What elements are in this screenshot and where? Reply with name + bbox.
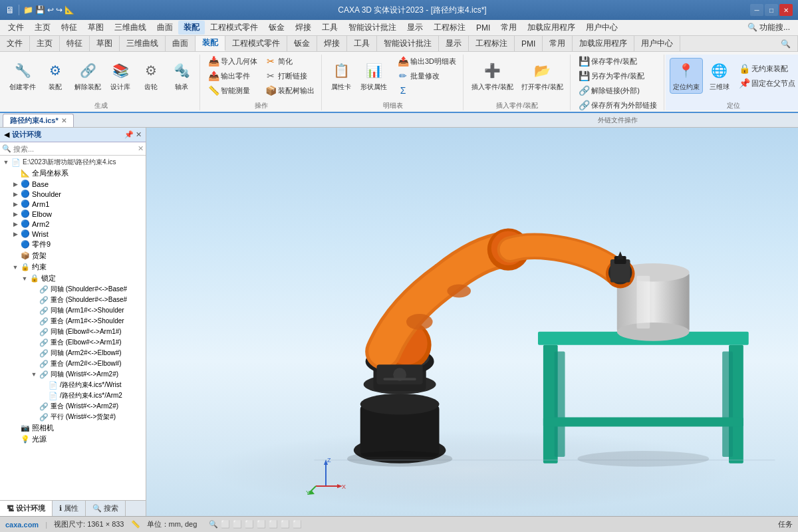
tree-item-constraints[interactable]: ▼ 🔒 约束	[0, 261, 146, 273]
panel-tab-props[interactable]: ℹ 属性	[53, 501, 86, 516]
btn-tree-export[interactable]: 📦 装配树输出	[263, 84, 317, 97]
panel-tab-search[interactable]: 🔍 搜索	[86, 501, 126, 516]
tree-path-wrist[interactable]: 📄 /路径约束4.ics*/Wrist	[0, 380, 146, 390]
ribbon-tab-usercenter[interactable]: 用户中心	[634, 36, 680, 51]
menu-feature[interactable]: 特征	[56, 21, 82, 35]
ribbon-tab-tools[interactable]: 工具	[347, 36, 377, 51]
tree-item-base[interactable]: ▶ 🔵 Base	[0, 179, 146, 189]
btn-simplify[interactable]: ✂ 简化	[263, 55, 317, 68]
menu-engineering-mark[interactable]: 工程标注	[428, 21, 471, 35]
btn-3dball[interactable]: 🌐 三维球	[706, 59, 733, 93]
tree-constraint-8[interactable]: 🔗 重合 (Arm2#<->Elbow#)	[0, 358, 146, 369]
ribbon-tab-feature[interactable]: 特征	[60, 36, 90, 51]
menu-tools[interactable]: 工具	[317, 21, 343, 35]
btn-create-part[interactable]: 🔧 创建零件	[7, 59, 39, 93]
btn-measure[interactable]: 📏 智能测量	[205, 84, 260, 97]
tree-item-camera[interactable]: 📷 照相机	[0, 422, 146, 434]
tree-item-arm1[interactable]: ▶ 🔵 Arm1	[0, 199, 146, 209]
btn-unassembly[interactable]: 🔗 解除装配	[72, 59, 104, 93]
ribbon-tab-search[interactable]: 🔍	[774, 36, 798, 51]
tree-item-elbow[interactable]: ▶ 🔵 Elbow	[0, 209, 146, 219]
btn-break-link[interactable]: ✂ 打断链接	[263, 69, 317, 82]
tree-constraint-10[interactable]: 🔗 重合 (Wrist#<->Arm2#)	[0, 401, 146, 412]
view-icon-1[interactable]: ⬜	[221, 520, 230, 529]
ribbon-tab-weld[interactable]: 焊接	[317, 36, 347, 51]
menu-addons[interactable]: 加载应用程序	[522, 21, 581, 35]
ribbon-tab-display[interactable]: 显示	[439, 36, 469, 51]
tree-constraint-11[interactable]: 🔗 平行 (Wrist#<->货架#)	[0, 412, 146, 422]
menu-file[interactable]: 文件	[3, 21, 29, 35]
menu-usercenter[interactable]: 用户中心	[581, 21, 623, 35]
ribbon-tab-pmi[interactable]: PMI	[515, 36, 543, 51]
view-icon-7[interactable]: ⬜	[293, 520, 302, 529]
btn-position-constraint[interactable]: 📍 定位约束	[670, 58, 703, 94]
btn-design-lib[interactable]: 📚 设计库	[106, 59, 134, 93]
btn-export-3dbom[interactable]: 📤 输出3D明细表	[395, 55, 459, 68]
menu-display[interactable]: 显示	[402, 21, 428, 35]
ribbon-tab-common[interactable]: 常用	[543, 36, 573, 51]
menu-3dcurve[interactable]: 三维曲线	[109, 21, 152, 35]
ribbon-tab-engmark[interactable]: 工程标注	[469, 36, 515, 51]
tree-item-arm2[interactable]: ▶ 🔵 Arm2	[0, 219, 146, 229]
ribbon-tab-smart[interactable]: 智能设计批注	[377, 36, 439, 51]
btn-save-all-ext[interactable]: 🔗 保存所有为外部链接	[576, 98, 660, 112]
tree-path-arm2[interactable]: 📄 /路径约束4.ics*/Arm2	[0, 390, 146, 401]
btn-insert-part[interactable]: ➕ 插入零件/装配	[469, 59, 516, 93]
btn-unlink-ext[interactable]: 🔗 解除链接(外部)	[576, 84, 660, 97]
tree-toggle-root[interactable]: ▼	[1, 159, 11, 166]
view-icon-4[interactable]: ⬜	[257, 520, 266, 529]
tree-item-shoulder[interactable]: ▶ 🔵 Shoulder	[0, 189, 146, 199]
panel-close-button[interactable]: ✕	[136, 130, 142, 139]
btn-batch-modify[interactable]: ✏ 批量修改	[395, 69, 459, 82]
ribbon-tab-sketch[interactable]: 草图	[90, 36, 120, 51]
file-tab-active[interactable]: 路径约束4.ics* ✕	[3, 114, 74, 127]
btn-bearing[interactable]: 🔩 轴承	[168, 59, 196, 93]
tree-constraint-1[interactable]: 🔗 同轴 (Shoulder#<->Base#	[0, 284, 146, 295]
close-button[interactable]: ✕	[779, 4, 793, 16]
tree-constraint-6[interactable]: 🔗 重合 (Elbow#<->Arm1#)	[0, 337, 146, 348]
btn-saveas-part[interactable]: 💾 另存为零件/装配	[576, 69, 660, 82]
tree-item-shelf[interactable]: 📦 货架	[0, 250, 146, 261]
btn-save-part[interactable]: 💾 保存零件/装配	[576, 55, 660, 68]
menu-sheetmetal[interactable]: 钣金	[263, 21, 290, 35]
tree-item-light[interactable]: 💡 光源	[0, 434, 146, 445]
btn-export-part[interactable]: 📤 输出零件	[205, 69, 260, 82]
menu-pmi[interactable]: PMI	[471, 22, 495, 34]
panel-tab-design[interactable]: 🏗 设计环境	[0, 501, 53, 516]
tree-item-part9[interactable]: 🔵 零件9	[0, 239, 146, 250]
menu-surface[interactable]: 曲面	[152, 21, 178, 35]
tree-constraint-3[interactable]: 🔗 同轴 (Arm1#<->Shoulder	[0, 305, 146, 316]
btn-fix-parent[interactable]: 📌 固定在父节点	[736, 76, 798, 90]
menu-smart[interactable]: 智能设计批注	[343, 21, 402, 35]
ribbon-tab-engparts[interactable]: 工程模式零件	[225, 36, 287, 51]
btn-import-geo[interactable]: 📥 导入几何体	[205, 55, 260, 68]
tree-item-root[interactable]: ▼ 📄 E:\2023\新增功能\路径约束4.ics	[0, 157, 146, 168]
tree-constraint-4[interactable]: 🔗 重合 (Arm1#<->Shoulder	[0, 316, 146, 327]
view-icon-5[interactable]: ⬜	[269, 520, 278, 529]
tree-item-wrist[interactable]: ▶ 🔵 Wrist	[0, 229, 146, 239]
ribbon-tab-sheetmetal[interactable]: 钣金	[287, 36, 317, 51]
tree-constraint-7[interactable]: 🔗 同轴 (Arm2#<->Elbow#)	[0, 348, 146, 358]
ribbon-tab-surface[interactable]: 曲面	[166, 36, 196, 51]
ribbon-tab-file[interactable]: 文件	[0, 36, 30, 51]
btn-sigma[interactable]: Σ	[395, 84, 459, 97]
menu-weld[interactable]: 焊接	[290, 21, 317, 35]
btn-gear[interactable]: ⚙ 齿轮	[137, 59, 165, 93]
ribbon-tab-assembly[interactable]: 装配	[196, 36, 225, 51]
panel-pin-button[interactable]: 📌	[124, 130, 134, 139]
menu-home[interactable]: 主页	[29, 21, 56, 35]
menu-common[interactable]: 常用	[495, 21, 522, 35]
view-icon-2[interactable]: ⬜	[233, 520, 242, 529]
search-input[interactable]	[13, 145, 136, 153]
view-icon-3[interactable]: ⬜	[245, 520, 254, 529]
btn-open-part[interactable]: 📂 打开零件/装配	[519, 59, 566, 93]
ribbon-tab-3dcurve[interactable]: 三维曲线	[120, 36, 166, 51]
menu-search[interactable]: 🔍 功能搜...	[742, 21, 795, 35]
maximize-button[interactable]: □	[765, 4, 778, 16]
btn-prop-card[interactable]: 📋 属性卡	[327, 59, 355, 93]
file-tab-close[interactable]: ✕	[61, 117, 66, 124]
btn-shape-prop[interactable]: 📊 形状属性	[358, 59, 390, 93]
tree-item-lock[interactable]: ▼ 🔒 锁定	[0, 273, 146, 284]
tree-constraint-5[interactable]: 🔗 同轴 (Elbow#<->Arm1#)	[0, 327, 146, 337]
search-clear-icon[interactable]: ✕	[138, 144, 144, 153]
